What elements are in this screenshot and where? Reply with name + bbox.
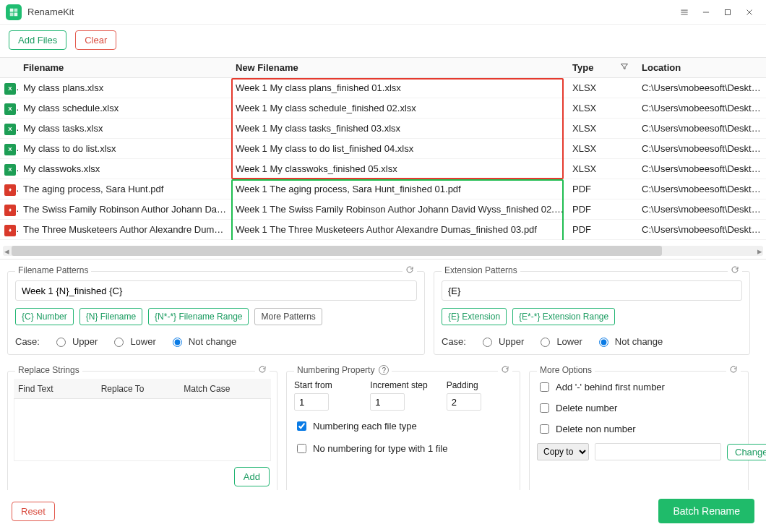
padding-input[interactable] <box>447 393 481 411</box>
add-files-button[interactable]: Add Files <box>9 30 66 50</box>
add-dash-checkbox[interactable]: Add '-' behind first number <box>537 380 741 394</box>
tag-c-number[interactable]: {C} Number <box>15 308 74 325</box>
location-cell: C:\Users\mobeesoft\Desktop\ <box>637 184 766 194</box>
type-cell: PDF <box>568 184 637 194</box>
location-cell: C:\Users\mobeesoft\Desktop\ <box>637 204 766 215</box>
case-upper-radio[interactable]: Upper <box>53 335 98 347</box>
batch-rename-button[interactable]: Batch Rename <box>658 499 754 523</box>
numbering-each-type-checkbox[interactable]: Numbering each file type <box>294 419 512 433</box>
numbering-property-panel: Numbering Property ? Start from Incremen… <box>286 371 520 495</box>
location-cell: C:\Users\mobeesoft\Desktop\ <box>637 82 766 93</box>
change-button[interactable]: Change <box>727 444 766 460</box>
type-cell: XLSX <box>568 103 637 113</box>
padding-label: Padding <box>447 380 512 390</box>
header-type[interactable]: Type <box>568 62 637 73</box>
header-location[interactable]: Location <box>637 62 766 73</box>
close-button[interactable] <box>739 1 760 23</box>
more-options-panel: More Options Add '-' behind first number… <box>529 371 749 495</box>
increment-label: Increment step <box>370 380 436 390</box>
refresh-icon[interactable] <box>498 365 512 376</box>
filename-cell: The Swiss Family Robinson Author Johann … <box>19 204 231 215</box>
tag-n-filename[interactable]: {N} Filename <box>79 308 142 325</box>
svg-rect-1 <box>14 8 18 12</box>
clear-button[interactable]: Clear <box>75 30 116 50</box>
svg-rect-3 <box>14 12 18 16</box>
pdf-file-icon: ♦ <box>4 184 16 196</box>
case-upper-radio[interactable]: Upper <box>479 335 524 347</box>
table-row[interactable]: ♦The aging process, Sara Hunt.pdfWeek 1 … <box>0 179 766 200</box>
case-lower-radio[interactable]: Lower <box>111 335 155 347</box>
maximize-button[interactable] <box>717 1 739 23</box>
start-from-input[interactable] <box>294 393 329 411</box>
location-cell: C:\Users\mobeesoft\Desktop\ <box>637 224 766 235</box>
filename-cell: My class tasks.xlsx <box>19 123 231 134</box>
panel-title: Numbering Property ? <box>294 365 392 375</box>
scroll-thumb[interactable] <box>12 246 662 256</box>
refresh-icon[interactable] <box>255 365 270 376</box>
table-row[interactable]: XMy classwoks.xlsxWeek 1 My classwoks_fi… <box>0 159 766 179</box>
table-row[interactable]: XMy class plans.xlsxWeek 1 My class plan… <box>0 78 766 98</box>
increment-input[interactable] <box>370 393 405 411</box>
copy-to-path-input[interactable] <box>595 443 721 460</box>
location-cell: C:\Users\mobeesoft\Desktop\ <box>637 103 766 113</box>
svg-rect-2 <box>10 12 14 16</box>
case-label: Case: <box>15 336 40 347</box>
minimize-button[interactable] <box>695 1 717 23</box>
filename-cell: My class schedule.xlsx <box>19 103 231 113</box>
table-header-row: Filename New Filename Type Location <box>0 58 766 78</box>
table-row[interactable]: XMy class tasks.xlsxWeek 1 My class task… <box>0 119 766 139</box>
header-new-filename[interactable]: New Filename <box>231 62 568 73</box>
xlsx-file-icon: X <box>4 124 16 135</box>
toolbar: Add Files Clear <box>0 25 766 57</box>
tag-filename-range[interactable]: {N*-*} Filename Range <box>148 308 249 325</box>
new-filename-cell: Week 1 My class tasks_finished 03.xlsx <box>231 123 568 134</box>
header-match-case: Match Case <box>184 384 267 394</box>
header-type-label: Type <box>572 62 593 73</box>
table-row[interactable]: ♦The Three Musketeers Author Alexandre D… <box>0 220 766 240</box>
title-bar: RenameKit <box>0 0 766 25</box>
app-title: RenameKit <box>27 7 74 17</box>
copy-to-select[interactable]: Copy to <box>537 443 589 460</box>
add-replace-button[interactable]: Add <box>234 467 270 486</box>
pdf-file-icon: ♦ <box>4 205 16 216</box>
tag-more-patterns[interactable]: More Patterns <box>254 308 322 325</box>
refresh-icon[interactable] <box>726 365 741 376</box>
case-label: Case: <box>442 336 466 347</box>
type-cell: XLSX <box>568 163 637 174</box>
start-from-label: Start from <box>294 380 360 390</box>
scroll-left-arrow[interactable]: ◂ <box>1 246 12 256</box>
tag-extension-range[interactable]: {E*-*} Extension Range <box>512 308 615 325</box>
filter-icon[interactable] <box>620 62 629 73</box>
xlsx-file-icon: X <box>4 83 16 95</box>
delete-non-number-checkbox[interactable]: Delete non number <box>537 422 741 436</box>
table-row[interactable]: XMy class to do list.xlsxWeek 1 My class… <box>0 139 766 159</box>
no-numbering-1file-checkbox[interactable]: No numbering for type with 1 file <box>294 442 512 455</box>
header-replace-to: Replace To <box>101 384 184 394</box>
case-notchange-radio[interactable]: Not change <box>169 335 237 347</box>
menu-icon[interactable] <box>674 1 695 23</box>
table-row[interactable]: XMy class schedule.xlsxWeek 1 My class s… <box>0 98 766 119</box>
help-icon[interactable]: ? <box>379 365 389 375</box>
case-notchange-radio[interactable]: Not change <box>595 335 663 347</box>
case-lower-radio[interactable]: Lower <box>537 335 582 347</box>
refresh-icon[interactable] <box>403 265 417 276</box>
delete-number-checkbox[interactable]: Delete number <box>537 401 741 415</box>
extension-pattern-input[interactable] <box>442 280 742 301</box>
type-cell: XLSX <box>568 123 637 134</box>
file-table: Filename New Filename Type Location XMy … <box>0 57 766 259</box>
filename-pattern-input[interactable] <box>15 280 417 301</box>
replace-body[interactable] <box>14 399 271 461</box>
xlsx-file-icon: X <box>4 144 16 155</box>
horizontal-scrollbar[interactable]: ◂ ▸ <box>3 246 763 256</box>
filename-cell: My class to do list.xlsx <box>19 143 231 154</box>
header-find-text: Find Text <box>18 384 101 394</box>
refresh-icon[interactable] <box>728 265 742 276</box>
app-icon <box>6 4 22 20</box>
reset-button[interactable]: Reset <box>12 502 55 521</box>
type-cell: XLSX <box>568 82 637 93</box>
table-row[interactable]: ♦The Swiss Family Robinson Author Johann… <box>0 200 766 220</box>
header-filename[interactable]: Filename <box>19 62 231 73</box>
tag-e-extension[interactable]: {E} Extension <box>442 308 507 325</box>
scroll-right-arrow[interactable]: ▸ <box>754 246 765 256</box>
new-filename-cell: Week 1 The Three Musketeers Author Alexa… <box>231 224 568 235</box>
